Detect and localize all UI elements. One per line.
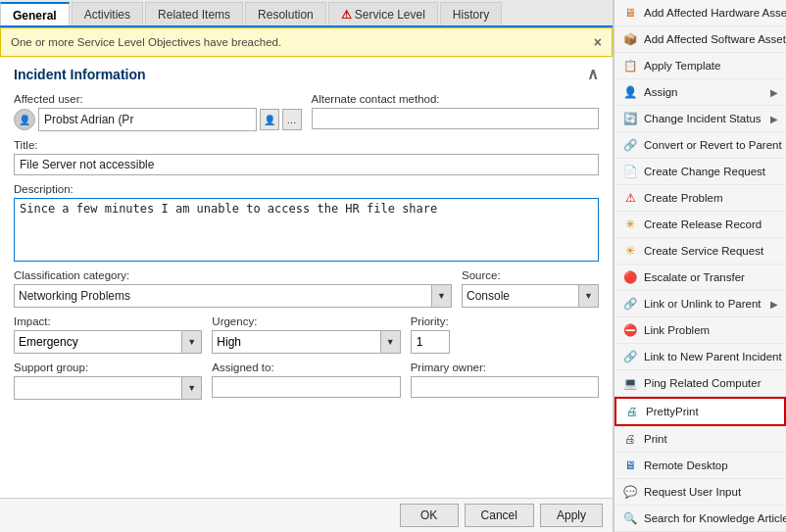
- alert-banner: One or more Service Level Objectives hav…: [0, 27, 613, 57]
- title-label: Title:: [14, 139, 599, 151]
- change-status-arrow: ▶: [770, 114, 778, 124]
- apply-template-label: Apply Template: [644, 60, 720, 72]
- tab-related-items[interactable]: Related Items: [145, 2, 243, 25]
- bottom-bar: OK Cancel Apply: [0, 498, 613, 532]
- menu-apply-template[interactable]: 📋 Apply Template: [614, 53, 786, 79]
- menu-create-problem[interactable]: ⚠ Create Problem: [614, 185, 786, 212]
- link-new-parent-icon: 🔗: [622, 349, 638, 364]
- source-label: Source:: [462, 269, 599, 281]
- ok-button[interactable]: OK: [400, 504, 459, 527]
- priority-row: Impact: Emergency ▼ Urgency: High ▼: [14, 315, 599, 354]
- menu-search-knowledge[interactable]: 🔍 Search for Knowledge Articles: [614, 506, 786, 532]
- right-panel: 🖥 Add Affected Hardware Asset 📦 Add Affe…: [614, 0, 786, 532]
- remote-desktop-label: Remote Desktop: [644, 459, 728, 471]
- section-header: Incident Information ∧: [14, 65, 599, 83]
- menu-link-new-parent[interactable]: 🔗 Link to New Parent Incident: [614, 344, 786, 370]
- impact-select-wrapper: Emergency ▼: [14, 330, 202, 354]
- tab-activities[interactable]: Activities: [72, 2, 143, 25]
- menu-escalate[interactable]: 🔴 Escalate or Transfer: [614, 265, 786, 291]
- assigned-to-group: Assigned to:: [212, 362, 400, 400]
- section-title: Incident Information: [14, 67, 146, 82]
- create-problem-icon: ⚠: [622, 190, 638, 206]
- escalate-label: Escalate or Transfer: [644, 271, 745, 283]
- menu-create-release[interactable]: ✳ Create Release Record: [614, 212, 786, 238]
- user-search-button[interactable]: 👤: [260, 109, 279, 130]
- classification-select-wrapper: Networking Problems ▼: [14, 284, 452, 308]
- search-knowledge-label: Search for Knowledge Articles: [644, 512, 786, 524]
- menu-add-hardware[interactable]: 🖥 Add Affected Hardware Asset: [614, 0, 786, 26]
- support-group-label: Support group:: [14, 362, 202, 373]
- classification-dropdown-arrow[interactable]: ▼: [431, 285, 451, 307]
- priority-input[interactable]: [411, 330, 450, 354]
- tab-resolution[interactable]: Resolution: [245, 2, 326, 25]
- menu-remote-desktop[interactable]: 🖥 Remote Desktop: [614, 453, 786, 479]
- description-textarea[interactable]: Since a few minutes I am unable to acces…: [14, 198, 599, 262]
- assigned-to-input[interactable]: [212, 376, 400, 398]
- cancel-button[interactable]: Cancel: [465, 504, 534, 527]
- alternate-contact-input[interactable]: [312, 108, 600, 129]
- affected-user-input[interactable]: [38, 108, 257, 131]
- convert-label: Convert or Revert to Parent: [644, 139, 782, 151]
- source-dropdown-arrow[interactable]: ▼: [578, 285, 598, 307]
- alert-close-button[interactable]: ×: [594, 34, 602, 50]
- collapse-button[interactable]: ∧: [587, 65, 599, 83]
- title-input[interactable]: [14, 154, 599, 175]
- remote-desktop-icon: 🖥: [622, 458, 638, 473]
- convert-icon: 🔗: [622, 137, 638, 153]
- create-release-label: Create Release Record: [644, 218, 761, 230]
- menu-convert-revert[interactable]: 🔗 Convert or Revert to Parent: [614, 132, 786, 159]
- priority-label: Priority:: [411, 315, 599, 327]
- urgency-select[interactable]: High: [213, 331, 379, 353]
- apply-button[interactable]: Apply: [540, 504, 603, 527]
- escalate-icon: 🔴: [622, 269, 638, 285]
- tab-history[interactable]: History: [440, 2, 502, 25]
- menu-create-service-request[interactable]: ✳ Create Service Request: [614, 238, 786, 265]
- primary-owner-input[interactable]: [411, 376, 599, 398]
- add-hardware-icon: 🖥: [622, 5, 638, 21]
- apply-template-icon: 📋: [622, 58, 638, 73]
- support-group-arrow[interactable]: ▼: [181, 377, 201, 399]
- user-browse-button[interactable]: …: [282, 109, 302, 130]
- request-input-icon: 💬: [622, 484, 638, 500]
- menu-ping-computer[interactable]: 💻 Ping Related Computer: [614, 370, 786, 397]
- urgency-dropdown-arrow[interactable]: ▼: [380, 331, 400, 353]
- menu-change-incident-status[interactable]: 🔄 Change Incident Status ▶: [614, 106, 786, 132]
- assign-label: Assign: [644, 86, 678, 98]
- classification-select[interactable]: Networking Problems: [15, 285, 431, 307]
- tab-service-level[interactable]: ⚠Service Level: [328, 2, 438, 25]
- create-problem-label: Create Problem: [644, 192, 723, 204]
- menu-add-software[interactable]: 📦 Add Affected Software Asset: [614, 26, 786, 53]
- support-group-select[interactable]: [15, 377, 181, 399]
- source-select[interactable]: Console: [463, 285, 578, 307]
- tab-bar: General Activities Related Items Resolut…: [0, 0, 613, 27]
- tab-general[interactable]: General: [0, 2, 70, 25]
- menu-create-change[interactable]: 📄 Create Change Request: [614, 159, 786, 185]
- add-hardware-label: Add Affected Hardware Asset: [644, 7, 786, 19]
- urgency-label: Urgency:: [212, 315, 400, 327]
- link-new-parent-label: Link to New Parent Incident: [644, 351, 782, 363]
- create-change-icon: 📄: [622, 164, 638, 179]
- impact-group: Impact: Emergency ▼: [14, 315, 202, 354]
- search-knowledge-icon: 🔍: [622, 510, 638, 526]
- menu-link-unlink[interactable]: 🔗 Link or Unlink to Parent ▶: [614, 291, 786, 317]
- menu-request-user-input[interactable]: 💬 Request User Input: [614, 479, 786, 506]
- affected-user-group: Affected user: 👤 👤 …: [14, 93, 302, 131]
- menu-assign[interactable]: 👤 Assign ▶: [614, 79, 786, 106]
- impact-dropdown-arrow[interactable]: ▼: [181, 331, 201, 353]
- change-status-label: Change Incident Status: [644, 113, 761, 124]
- assign-arrow: ▶: [770, 87, 778, 98]
- menu-print[interactable]: 🖨 Print: [614, 426, 786, 453]
- title-group: Title:: [14, 139, 599, 175]
- menu-link-problem[interactable]: ⛔ Link Problem: [614, 317, 786, 344]
- pretty-print-label: PrettyPrint: [646, 406, 699, 417]
- alternate-contact-group: Alternate contact method:: [312, 93, 600, 131]
- pretty-print-icon: 🖨: [624, 404, 640, 419]
- create-service-label: Create Service Request: [644, 245, 763, 257]
- change-status-icon: 🔄: [622, 111, 638, 126]
- menu-pretty-print[interactable]: 🖨 PrettyPrint: [614, 397, 786, 426]
- impact-select[interactable]: Emergency: [15, 331, 181, 353]
- assign-icon: 👤: [622, 84, 638, 100]
- create-release-icon: ✳: [622, 217, 638, 232]
- source-select-wrapper: Console ▼: [462, 284, 599, 308]
- urgency-group: Urgency: High ▼: [212, 315, 400, 354]
